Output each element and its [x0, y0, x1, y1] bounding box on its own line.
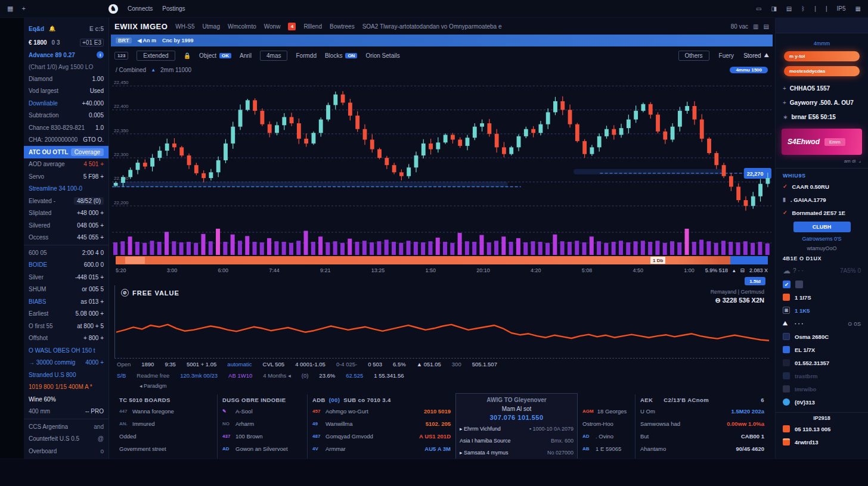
topbar-icon[interactable]: ▤	[786, 5, 792, 12]
panel-row[interactable]: Bohhmwra 6172 9001 3mous t	[312, 455, 451, 459]
toolbar-button[interactable]: 4mas	[260, 51, 287, 61]
watchlist-row[interactable]: Chance 830-829-821 1.0	[29, 122, 104, 134]
toolbar-button[interactable]: Object OK	[199, 52, 231, 59]
list-item[interactable]: EL 1/7X	[776, 343, 868, 356]
panel-row[interactable]: 447 Wanna foregone	[119, 405, 212, 418]
promo-banner[interactable]: S4Ehwod Emm	[782, 129, 862, 155]
toolbar-button[interactable]: Anril	[240, 52, 252, 59]
panel-row[interactable]: ▸ Ehrrm Vichfund ▪ 1000-10 0A 2079	[460, 423, 574, 435]
panel-row[interactable]: 49 Wanwillma 5102. 205	[312, 418, 451, 430]
toolbar-button[interactable]: Others	[678, 51, 709, 61]
watchlist-row[interactable]: BIABS as 013 +	[29, 295, 104, 308]
watchlist-row[interactable]: Occess 445 055 +	[29, 232, 104, 244]
header-tab[interactable]: Rlllend	[303, 23, 322, 30]
panel-row[interactable]: 457 Aohmgo wo-Gurt 2010 5019	[312, 405, 451, 418]
alert-item[interactable]: ✓ Bornmated 2E57 1E	[776, 206, 868, 219]
watchlist-row[interactable]: CCS Argentina and	[29, 420, 104, 433]
topbar-icon[interactable]: IP5	[837, 5, 846, 12]
toolbar-button[interactable]: Formdd	[296, 52, 316, 59]
panel-row[interactable]: AD Gowon an Silvervoet	[222, 443, 302, 455]
stat-item[interactable]: 4 Months ◂	[263, 372, 290, 379]
toolbar-button[interactable]: Blocks ON	[325, 52, 357, 59]
notification-badge[interactable]: 4	[288, 23, 296, 30]
headline-item[interactable]: + CHHAO5 1557	[776, 81, 868, 95]
window-icon[interactable]: +	[21, 5, 25, 13]
list-item[interactable]: Osma 2680C	[776, 330, 868, 343]
alert-item[interactable]: ▮ . GAIAA.1779	[776, 193, 868, 206]
panel-row[interactable]: Ahantamo 90/45 4620	[640, 443, 764, 455]
toolbar-button[interactable]: 🔒	[184, 52, 191, 59]
topbar-icon[interactable]: |	[826, 5, 827, 12]
interval-pill-button[interactable]: 1.5td	[745, 277, 765, 285]
watchlist-row[interactable]: Wine 60%	[29, 393, 104, 406]
announcement-strip[interactable]: BRT ◀ An m Cnc by 1999	[111, 35, 773, 46]
stat-item[interactable]: (0)	[302, 372, 309, 379]
heat-strip-handle[interactable]	[125, 257, 145, 264]
toolbar-button[interactable]: Extended	[137, 51, 175, 61]
panel-row[interactable]: Odded	[119, 430, 212, 443]
list-item[interactable]: 01.552.31357	[776, 356, 868, 369]
panel-row[interactable]: U Om 1.5M20 202a	[640, 405, 764, 418]
alert-item[interactable]: ✓ CAAR 0.50RU	[776, 180, 868, 193]
panel-row[interactable]: 2021 Taggart 1003	[222, 455, 302, 459]
stat-item[interactable]: S/B	[117, 372, 126, 379]
list-item[interactable]: Imrwibo	[776, 382, 868, 395]
main-chart-area[interactable]: 22,20022,25022,30022,35022,40022,45022,2…	[111, 75, 773, 285]
watchlist-row[interactable]: Offshot + 800 +	[29, 332, 104, 345]
stats-row-3[interactable]: ◂ Paradigm	[111, 381, 773, 391]
list-item[interactable]: ⛰ · · · ⊙ 0S	[776, 317, 868, 330]
panel-row[interactable]: 487 Gomqyad Gmvodd A US1 201D	[312, 430, 451, 443]
toolbar-button[interactable]: Fuery	[719, 51, 734, 61]
heat-strip-scrollbar[interactable]: 1 Db	[116, 256, 768, 264]
watchlist-row[interactable]: Earliest 5.08 000 +	[29, 308, 104, 320]
watchlist-tab[interactable]: Eq&d	[29, 26, 44, 32]
axis-right-item[interactable]: ▴	[733, 267, 736, 273]
range-pill-button[interactable]: 4mmu 1500	[730, 67, 768, 73]
toolbar-button[interactable]: 123	[114, 52, 128, 60]
panel-row[interactable]: AGM 18 Georges	[582, 405, 630, 418]
watchlist-row[interactable]: Sliplated +48 000 +	[29, 207, 104, 220]
toolbar-button[interactable]: Orion Setails	[365, 52, 399, 59]
panel-row[interactable]: AD . Ovino	[582, 430, 630, 443]
info-icon[interactable]: i	[97, 51, 104, 58]
watchlist-row[interactable]: 1019 800 1/15 400M A *	[29, 381, 104, 394]
watchlist-row[interactable]: Silver -448 015 +	[29, 271, 104, 284]
header-tab[interactable]: Utmag	[203, 23, 220, 30]
panel-row[interactable]: End thread	[119, 455, 212, 459]
panel-row[interactable]: AB 1 2019	[582, 455, 630, 459]
stored-button[interactable]: Stored ⛰	[743, 52, 769, 59]
topbar-icon[interactable]: ◨	[771, 5, 776, 12]
topbar-icon[interactable]: |	[814, 5, 816, 12]
panel-icon[interactable]: ▤	[764, 23, 769, 30]
advance-label[interactable]: Advance 89 0.27	[29, 52, 75, 58]
list-item[interactable]: trastbrm	[776, 369, 868, 382]
watchlist-row[interactable]: ATC OU OTTLES Coverage	[24, 146, 108, 158]
watchlist-row[interactable]: SHUM or 005 5	[29, 284, 104, 296]
stat-item[interactable]: AB 1W10	[228, 372, 252, 379]
watchlist-row[interactable]: Servo 5 F98 +	[29, 170, 104, 183]
secondary-link[interactable]: Gatrowserns 0'S	[776, 236, 868, 242]
legend-combined[interactable]: / Combined	[116, 67, 146, 73]
watchlist-row[interactable]: 600 05 2:00 4 0	[29, 247, 104, 259]
list-item[interactable]: 1 1I7S	[776, 291, 868, 304]
list-item[interactable]: ▣ 1 1K5	[776, 304, 868, 317]
panel-row[interactable]: AN. Immured	[119, 418, 212, 430]
primary-action-button[interactable]: CLUBH	[793, 222, 851, 232]
promo-link[interactable]: 4mmm	[776, 40, 868, 46]
heat-strip-blue-segment[interactable]	[730, 256, 768, 264]
headline-item[interactable]: ∗ brnar E56 50:15	[776, 110, 868, 124]
stat-item[interactable]: 120.3mk 00/23	[180, 372, 218, 379]
right-sidebar-tabs[interactable]	[776, 18, 868, 33]
watchlist-row[interactable]: BOIDE 600.0 0	[29, 259, 104, 272]
watchlist-row[interactable]: Silvered 048 005 +	[29, 219, 104, 232]
stat-item[interactable]: 1 55.341.56	[374, 372, 404, 379]
watchlist-row[interactable]: Diamond 1.00	[29, 73, 104, 85]
panel-row[interactable]: ✎ A-Sool	[222, 405, 302, 418]
panel-row[interactable]: Samwowsa had 0.00ww 1.0%a	[640, 418, 764, 430]
watchlist-row[interactable]: Stranded U.S 800	[29, 369, 104, 381]
watchlist-head-right[interactable]: E c:5	[89, 26, 104, 32]
more-link[interactable]: am di ⟓	[776, 155, 868, 169]
watchlist-row[interactable]: 400 mm -- PRO	[29, 406, 104, 418]
checkbox-checked-icon[interactable]: ✔	[783, 281, 790, 288]
indicator-subchart[interactable]: ⊘ FREE VALUE Remayand | Gertmusd ⊖ 3228 …	[114, 285, 769, 359]
